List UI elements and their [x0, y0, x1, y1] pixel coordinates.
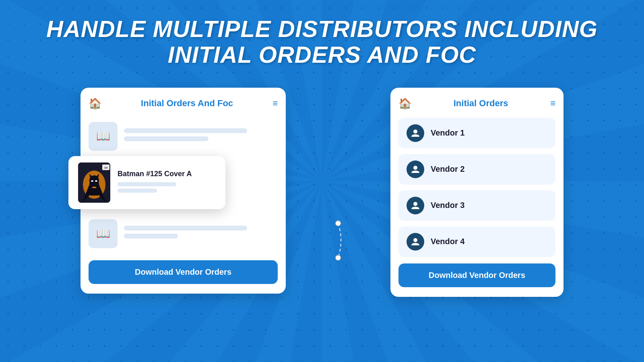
svg-point-9: [95, 180, 97, 182]
vendor-avatar-1: [407, 124, 424, 142]
skeleton-book-icon-2: 📖: [89, 219, 118, 248]
vendor-item-1[interactable]: Vendor 1: [398, 118, 555, 148]
right-panel: 🏠 Initial Orders ≡ Vendor 1: [390, 88, 564, 297]
arrow-connector-area: [318, 208, 358, 273]
svg-point-13: [336, 255, 341, 260]
page-content: HANDLE MULTIPLE DISTRIBUTORS INCLUDING I…: [0, 0, 644, 362]
left-home-icon: 🏠: [89, 97, 101, 110]
left-panel-header: 🏠 Initial Orders And Foc ≡: [89, 97, 278, 110]
vendor-avatar-2: [407, 160, 424, 178]
main-title: HANDLE MULTIPLE DISTRIBUTORS INCLUDING I…: [46, 16, 598, 68]
skeleton-line: [124, 226, 247, 230]
vendor-name-4: Vendor 4: [431, 237, 464, 246]
svg-point-14: [413, 130, 417, 134]
skeleton-line: [124, 136, 208, 141]
vendor-avatar-3: [407, 197, 424, 214]
right-panel-title: Initial Orders: [417, 98, 545, 109]
left-panel-title: Initial Orders And Foc: [107, 98, 267, 109]
left-menu-icon[interactable]: ≡: [272, 98, 278, 109]
skeleton-item-1: 📖: [89, 118, 278, 155]
batman-popup-card: 125 Batman #125 Cover A: [68, 156, 225, 209]
left-panel: 🏠 Initial Orders And Foc ≡ 📖 📖: [80, 88, 286, 294]
batman-cover-art: 125: [78, 162, 110, 203]
svg-point-15: [413, 166, 417, 170]
vendor-item-4[interactable]: Vendor 4: [398, 226, 555, 257]
vendor-avatar-4: [407, 233, 424, 251]
skeleton-lines-2: [124, 226, 278, 242]
vendor-name-2: Vendor 2: [431, 165, 464, 174]
vendor-item-2[interactable]: Vendor 2: [398, 154, 555, 185]
right-home-icon: 🏠: [398, 97, 411, 110]
skeleton-item-2: 📖: [89, 215, 278, 252]
batman-title: Batman #125 Cover A: [118, 170, 216, 178]
left-download-button[interactable]: Download Vendor Orders: [89, 260, 278, 284]
skeleton-book-icon-1: 📖: [89, 122, 118, 151]
skeleton-line: [124, 128, 247, 133]
dashed-arrow-svg: [318, 208, 358, 273]
vendor-name-3: Vendor 3: [431, 201, 464, 210]
batman-detail-line-2: [118, 189, 157, 193]
right-download-button[interactable]: Download Vendor Orders: [398, 263, 555, 287]
svg-point-16: [413, 202, 417, 206]
right-panel-header: 🏠 Initial Orders ≡: [398, 97, 555, 110]
batman-detail-line-1: [118, 182, 176, 186]
svg-point-17: [413, 238, 417, 242]
panels-container: 🏠 Initial Orders And Foc ≡ 📖 📖: [24, 88, 620, 297]
svg-point-12: [336, 220, 341, 226]
svg-point-8: [91, 180, 93, 182]
right-menu-icon[interactable]: ≡: [550, 98, 555, 109]
batman-info: Batman #125 Cover A: [118, 170, 216, 195]
vendor-item-3[interactable]: Vendor 3: [398, 190, 555, 221]
skeleton-line: [124, 234, 178, 239]
vendor-list: Vendor 1 Vendor 2: [398, 118, 555, 257]
svg-text:125: 125: [104, 167, 108, 169]
skeleton-lines-1: [124, 128, 278, 144]
vendor-name-1: Vendor 1: [431, 128, 464, 138]
